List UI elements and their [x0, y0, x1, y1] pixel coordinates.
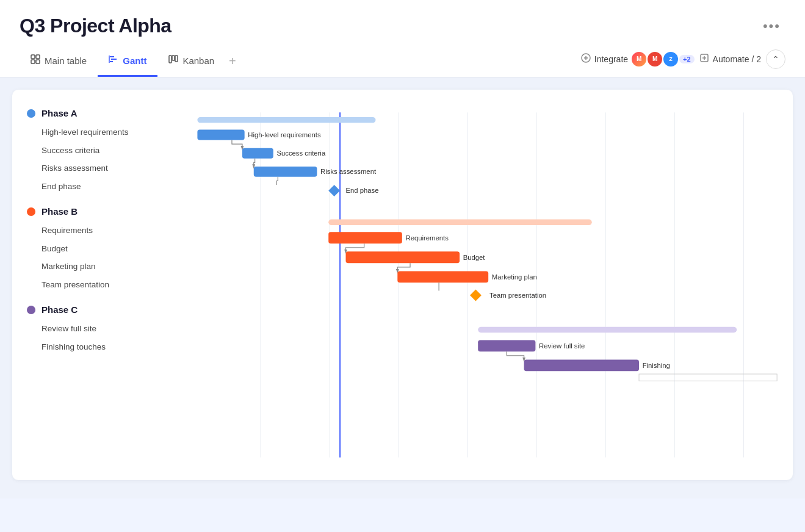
page-title: Q3 Project Alpha — [20, 15, 171, 37]
phase-a-label: Phase A — [42, 108, 78, 118]
automate-button[interactable]: Automate / 2 — [699, 53, 761, 65]
svg-rect-9 — [172, 56, 175, 60]
gantt-icon — [109, 54, 118, 66]
title-row: Q3 Project Alpha ••• — [20, 15, 785, 47]
svg-text:Team presentation: Team presentation — [489, 292, 546, 299]
integrate-icons: M M Z +2 — [632, 52, 695, 66]
task-success: Success criteria — [27, 142, 192, 160]
task-review: Review full site — [27, 320, 192, 338]
svg-text:Requirements: Requirements — [405, 234, 449, 242]
phase-a-header: Phase A — [27, 108, 192, 118]
tab-kanban-label: Kanban — [182, 56, 214, 66]
svg-rect-21 — [197, 117, 375, 123]
automate-label: Automate / 2 — [713, 54, 761, 64]
kanban-icon — [168, 54, 178, 66]
svg-rect-26 — [254, 167, 317, 177]
phase-b-header: Phase B — [27, 206, 192, 217]
phase-c-label: Phase C — [42, 304, 78, 315]
chevron-up-icon: ⌃ — [772, 54, 779, 64]
svg-rect-3 — [36, 60, 40, 63]
svg-rect-1 — [36, 55, 40, 59]
task-requirements: Requirements — [27, 221, 192, 240]
svg-rect-40 — [478, 340, 535, 351]
integrate-icon — [581, 53, 591, 65]
svg-rect-10 — [175, 56, 178, 62]
tab-gantt-label: Gantt — [123, 56, 146, 66]
integrate-button[interactable]: Integrate M M Z +2 — [581, 52, 695, 66]
svg-text:Review full site: Review full site — [539, 342, 585, 350]
svg-rect-42 — [524, 359, 639, 371]
task-end-phase: End phase — [27, 178, 192, 196]
phase-c-dot — [27, 306, 35, 314]
svg-rect-44 — [639, 374, 777, 381]
more-options-button[interactable]: ••• — [758, 16, 785, 37]
svg-rect-39 — [478, 327, 737, 332]
integrate-badge: +2 — [679, 55, 695, 63]
phase-c-header: Phase C — [27, 304, 192, 315]
tab-main-table[interactable]: Main table — [20, 47, 98, 77]
svg-text:Marketing plan: Marketing plan — [492, 273, 537, 281]
task-budget: Budget — [27, 240, 192, 258]
phase-b-label: Phase B — [42, 206, 78, 217]
svg-text:End phase: End phase — [345, 187, 378, 194]
task-team: Team presentation — [27, 276, 192, 294]
svg-rect-8 — [169, 56, 171, 63]
zoom-icon: Z — [663, 52, 678, 66]
gmail-icon: M — [648, 52, 662, 66]
phase-group-c: Phase C Review full site Finishing touch… — [27, 304, 192, 356]
phase-b-dot — [27, 207, 35, 216]
task-marketing: Marketing plan — [27, 257, 192, 276]
task-finishing: Finishing touches — [27, 338, 192, 356]
automate-icon — [699, 53, 709, 65]
phase-a-dot — [27, 109, 35, 118]
tabs-row: Main table Gantt — [20, 47, 785, 77]
gantt-container: Phase A High-level requirements Success … — [12, 90, 793, 480]
collapse-button[interactable]: ⌃ — [766, 49, 785, 69]
svg-rect-33 — [345, 251, 460, 263]
svg-rect-2 — [31, 60, 35, 63]
left-panel: Phase A High-level requirements Success … — [27, 108, 192, 462]
header: Q3 Project Alpha ••• Main table — [0, 0, 805, 77]
svg-rect-22 — [197, 130, 244, 140]
tab-gantt[interactable]: Gantt — [98, 47, 157, 77]
add-view-button[interactable]: + — [225, 47, 244, 77]
task-risks: Risks assessment — [27, 159, 192, 178]
svg-marker-37 — [470, 290, 482, 301]
integrate-label: Integrate — [594, 54, 628, 64]
main-content: Phase A High-level requirements Success … — [0, 77, 805, 498]
phase-group-a: Phase A High-level requirements Success … — [27, 108, 192, 195]
svg-text:Finishing: Finishing — [643, 362, 670, 369]
svg-marker-28 — [328, 185, 340, 196]
svg-rect-35 — [397, 271, 488, 282]
svg-rect-24 — [242, 148, 273, 159]
svg-rect-30 — [328, 220, 592, 225]
monday-icon: M — [632, 52, 646, 66]
right-panel: High-level requirements Success criteria… — [192, 108, 778, 462]
tab-main-table-label: Main table — [45, 56, 87, 66]
grid-icon — [31, 54, 40, 66]
right-actions: Integrate M M Z +2 Automate / 2 ⌃ — [581, 49, 785, 75]
tab-kanban[interactable]: Kanban — [157, 47, 225, 77]
phase-group-b: Phase B Requirements Budget Marketing pl… — [27, 206, 192, 293]
svg-rect-0 — [31, 55, 35, 59]
svg-rect-31 — [328, 232, 402, 243]
svg-text:Risks assessment: Risks assessment — [320, 168, 377, 175]
gantt-svg: High-level requirements Success criteria… — [192, 108, 778, 462]
task-high-level: High-level requirements — [27, 123, 192, 142]
svg-text:High-level requirements: High-level requirements — [248, 131, 321, 138]
svg-text:Success criteria: Success criteria — [276, 149, 325, 157]
svg-text:Budget: Budget — [463, 254, 486, 261]
